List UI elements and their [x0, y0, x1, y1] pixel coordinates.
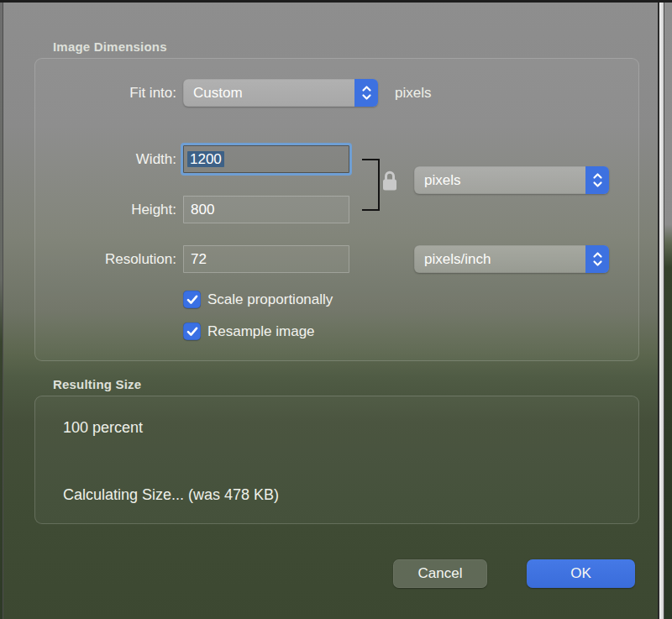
cancel-button[interactable]: Cancel [393, 559, 487, 588]
resolution-unit-selected-value: pixels/inch [414, 245, 585, 273]
scale-proportionally-checkbox[interactable] [183, 291, 201, 308]
aspect-link-bracket [362, 159, 380, 211]
resulting-size-section-label: Resulting Size [53, 377, 141, 391]
background-photo-right-sliver [664, 3, 672, 619]
width-input[interactable]: 1200 [183, 145, 349, 173]
height-input[interactable]: 800 [183, 196, 349, 223]
image-dimensions-dialog: Image Dimensions Fit into: Custom pixels… [3, 3, 658, 619]
lock-icon [381, 169, 399, 192]
resample-image-checkbox[interactable] [183, 323, 201, 340]
ok-button[interactable]: OK [527, 559, 635, 588]
dimension-unit-selected-value: pixels [414, 166, 585, 194]
fit-into-unit-suffix: pixels [395, 85, 431, 102]
checkmark-icon [186, 295, 198, 305]
chevron-up-down-icon [585, 245, 609, 273]
resolution-input[interactable]: 72 [183, 245, 349, 273]
dimension-unit-dropdown[interactable]: pixels [414, 166, 609, 194]
resulting-size-groupbox [34, 396, 639, 524]
resulting-percent-text: 100 percent [63, 419, 143, 436]
image-dimensions-section-label: Image Dimensions [53, 39, 167, 54]
resample-image-label: Resample image [207, 323, 315, 340]
chevron-up-down-icon [585, 166, 609, 194]
fit-into-label: Fit into: [49, 85, 176, 102]
fit-into-selected-value: Custom [183, 79, 354, 107]
resulting-file-size-text: Calculating Size... (was 478 KB) [63, 486, 279, 503]
checkmark-icon [186, 327, 198, 337]
height-label: Height: [49, 202, 176, 218]
resolution-label: Resolution: [49, 251, 176, 268]
resolution-unit-dropdown[interactable]: pixels/inch [414, 245, 609, 273]
width-label: Width: [49, 151, 176, 168]
width-value-selected-text: 1200 [187, 151, 224, 167]
scale-proportionally-label: Scale proportionally [207, 291, 333, 308]
chevron-up-down-icon [354, 79, 378, 107]
fit-into-dropdown[interactable]: Custom [183, 79, 378, 107]
